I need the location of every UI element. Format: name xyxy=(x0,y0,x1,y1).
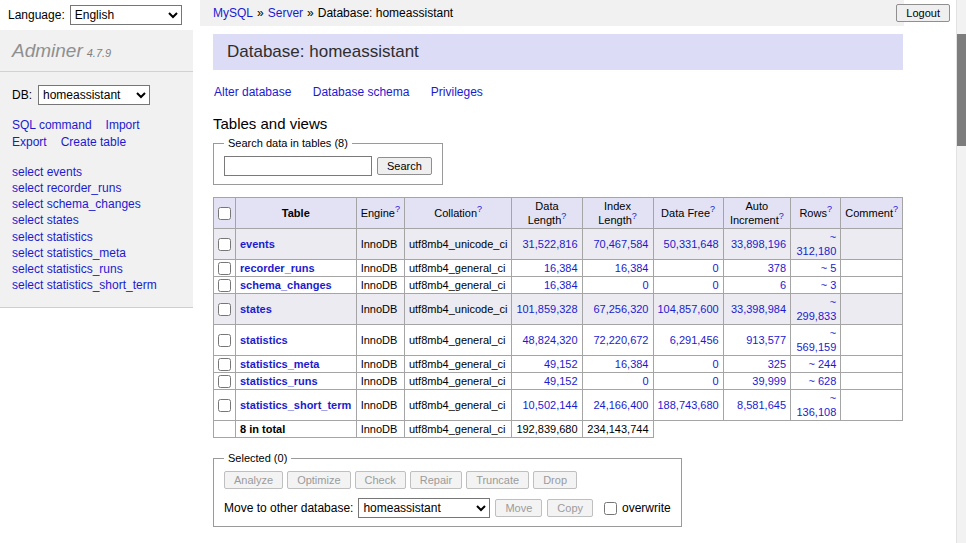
index-length-link[interactable]: 16,384 xyxy=(615,358,649,370)
index-length-link[interactable]: 72,220,672 xyxy=(593,334,648,346)
auto-increment-link[interactable]: 6 xyxy=(780,279,786,291)
data-length-link[interactable]: 16,384 xyxy=(544,279,578,291)
rows-link[interactable]: ~ 569,159 xyxy=(797,327,837,353)
index-length-link[interactable]: 16,384 xyxy=(615,262,649,274)
scrollbar-thumb[interactable] xyxy=(957,34,966,146)
sidebar-item-select-events[interactable]: select events xyxy=(12,164,181,180)
truncate-button[interactable]: Truncate xyxy=(466,471,529,489)
sidebar-item-select-states[interactable]: select states xyxy=(12,212,181,228)
table-link[interactable]: recorder_runs xyxy=(240,262,315,274)
table-link[interactable]: statistics_runs xyxy=(240,375,318,387)
move-button[interactable]: Move xyxy=(495,499,542,517)
rows-link[interactable]: ~ 244 xyxy=(808,358,836,370)
data-length-link[interactable]: 31,522,816 xyxy=(522,238,577,250)
sidebar-item-select-recorder-runs[interactable]: select recorder_runs xyxy=(12,180,181,196)
auto-increment-link[interactable]: 33,898,196 xyxy=(731,238,786,250)
rows-link[interactable]: ~ 628 xyxy=(808,375,836,387)
row-checkbox[interactable] xyxy=(218,358,231,371)
data-length-link[interactable]: 16,384 xyxy=(544,262,578,274)
row-checkbox[interactable] xyxy=(218,375,231,388)
data-free-link[interactable]: 0 xyxy=(713,279,719,291)
data-free-link[interactable]: 50,331,648 xyxy=(664,238,719,250)
data-length-help-link[interactable]: ? xyxy=(561,214,566,226)
table-link[interactable]: schema_changes xyxy=(240,279,332,291)
app-name[interactable]: Adminer xyxy=(12,40,83,61)
data-free-link[interactable]: 188,743,680 xyxy=(658,399,719,411)
row-checkbox[interactable] xyxy=(218,279,231,292)
rows-link[interactable]: ~ 136,108 xyxy=(797,392,837,418)
data-length-link[interactable]: 49,152 xyxy=(544,375,578,387)
search-input[interactable] xyxy=(224,156,372,176)
rows-link[interactable]: ~ 5 xyxy=(821,262,837,274)
copy-button[interactable]: Copy xyxy=(547,499,593,517)
rows-link[interactable]: ~ 299,833 xyxy=(797,296,837,322)
data-free-link[interactable]: 0 xyxy=(713,262,719,274)
auto-increment-help-link[interactable]: ? xyxy=(779,214,784,226)
row-checkbox[interactable] xyxy=(218,303,231,316)
sidebar-create-table-link[interactable]: Create table xyxy=(61,135,126,149)
data-free-link[interactable]: 104,857,600 xyxy=(658,303,719,315)
data-free-link[interactable]: 6,291,456 xyxy=(670,334,719,346)
sidebar-item-select-statistics[interactable]: select statistics xyxy=(12,229,181,245)
row-checkbox[interactable] xyxy=(218,399,231,412)
analyze-button[interactable]: Analyze xyxy=(224,471,283,489)
data-length-link[interactable]: 48,824,320 xyxy=(522,334,577,346)
auto-increment-link[interactable]: 33,398,984 xyxy=(731,303,786,315)
data-length-link[interactable]: 49,152 xyxy=(544,358,578,370)
sidebar-item-select-statistics-runs[interactable]: select statistics_runs xyxy=(12,261,181,277)
row-checkbox[interactable] xyxy=(218,262,231,275)
sidebar-sql-command-link[interactable]: SQL command xyxy=(12,118,92,132)
alter-database-link[interactable]: Alter database xyxy=(214,85,291,99)
vertical-scrollbar[interactable] xyxy=(956,0,966,543)
rows-help-link[interactable]: ? xyxy=(827,207,832,219)
comment-help-link[interactable]: ? xyxy=(893,207,898,219)
collation-help-link[interactable]: ? xyxy=(477,207,482,219)
drop-button[interactable]: Drop xyxy=(533,471,577,489)
database-schema-link[interactable]: Database schema xyxy=(313,85,410,99)
auto-increment-link[interactable]: 39,999 xyxy=(752,375,786,387)
table-link[interactable]: statistics_short_term xyxy=(240,399,351,411)
auto-increment-link[interactable]: 8,581,645 xyxy=(737,399,786,411)
logout-button[interactable]: Logout xyxy=(896,4,950,22)
index-length-link[interactable]: 24,166,400 xyxy=(593,399,648,411)
data-length-link[interactable]: 101,859,328 xyxy=(516,303,577,315)
auto-increment-link[interactable]: 378 xyxy=(768,262,786,274)
data-length-link[interactable]: 10,502,144 xyxy=(522,399,577,411)
table-link[interactable]: events xyxy=(240,238,275,250)
index-length-link[interactable]: 0 xyxy=(642,375,648,387)
sidebar-item-select-statistics-meta[interactable]: select statistics_meta xyxy=(12,245,181,261)
auto-increment-link[interactable]: 913,577 xyxy=(746,334,786,346)
move-database-select[interactable]: homeassistant xyxy=(358,498,490,518)
overwrite-checkbox[interactable] xyxy=(604,502,617,515)
rows-link[interactable]: ~ 3 xyxy=(821,279,837,291)
index-length-link[interactable]: 67,256,320 xyxy=(593,303,648,315)
data-free-help-link[interactable]: ? xyxy=(710,207,715,219)
sidebar-import-link[interactable]: Import xyxy=(106,118,140,132)
engine-help-link[interactable]: ? xyxy=(395,207,400,219)
breadcrumb-server-link[interactable]: Server xyxy=(268,6,303,20)
privileges-link[interactable]: Privileges xyxy=(431,85,483,99)
index-length-link[interactable]: 0 xyxy=(642,279,648,291)
row-checkbox[interactable] xyxy=(218,334,231,347)
table-link[interactable]: statistics xyxy=(240,334,288,346)
auto-increment-link[interactable]: 325 xyxy=(768,358,786,370)
repair-button[interactable]: Repair xyxy=(410,471,462,489)
table-link[interactable]: states xyxy=(240,303,272,315)
breadcrumb-mysql-link[interactable]: MySQL xyxy=(213,6,253,20)
data-free-link[interactable]: 0 xyxy=(713,375,719,387)
row-checkbox[interactable] xyxy=(218,238,231,251)
sidebar-item-select-schema-changes[interactable]: select schema_changes xyxy=(12,196,181,212)
sidebar-item-select-statistics-short-term[interactable]: select statistics_short_term xyxy=(12,277,181,293)
sidebar-export-link[interactable]: Export xyxy=(12,135,47,149)
check-button[interactable]: Check xyxy=(355,471,406,489)
optimize-button[interactable]: Optimize xyxy=(287,471,350,489)
index-length-help-link[interactable]: ? xyxy=(632,214,637,226)
search-button[interactable]: Search xyxy=(377,157,432,175)
db-select[interactable]: homeassistant xyxy=(38,85,150,105)
rows-link[interactable]: ~ 312,180 xyxy=(797,231,837,257)
index-length-link[interactable]: 70,467,584 xyxy=(593,238,648,250)
select-all-checkbox[interactable] xyxy=(218,207,231,220)
language-select[interactable]: English xyxy=(70,5,182,25)
data-free-link[interactable]: 0 xyxy=(713,358,719,370)
table-link[interactable]: statistics_meta xyxy=(240,358,320,370)
